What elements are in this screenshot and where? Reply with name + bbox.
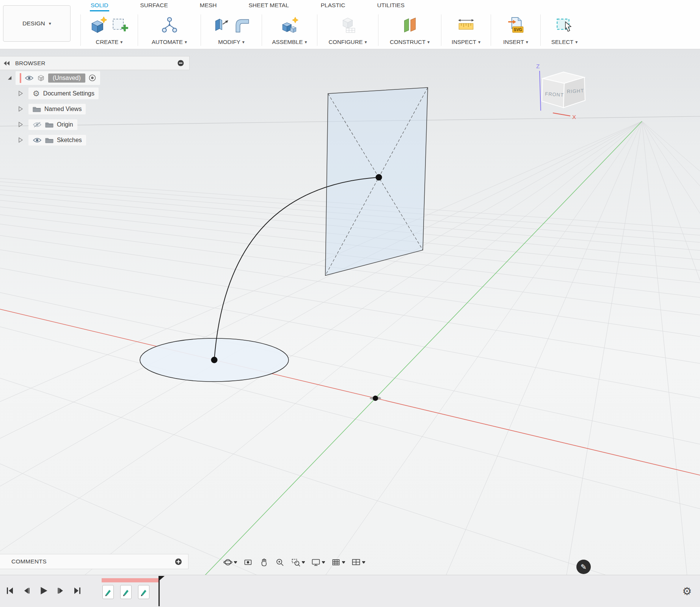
chevron-down-icon xyxy=(342,561,345,563)
plane-center-point[interactable] xyxy=(376,174,382,181)
timeline-bar: ⚙ xyxy=(0,575,700,607)
fit-button[interactable] xyxy=(290,557,306,568)
timeline-position-marker[interactable] xyxy=(159,576,160,606)
look-at-button[interactable] xyxy=(242,557,254,568)
toolbar-group-inspect[interactable]: INSPECT▾ xyxy=(441,11,491,49)
skip-to-end-button[interactable] xyxy=(73,586,82,597)
grid-icon xyxy=(331,557,341,567)
construction-plane-icon[interactable] xyxy=(400,16,419,34)
browser-item-named-views[interactable]: Named Views xyxy=(18,101,190,117)
chevron-down-icon: ▾ xyxy=(185,40,187,44)
chevron-down-icon xyxy=(322,561,325,563)
viewcube[interactable]: Z X FRONT RIGHT xyxy=(529,61,592,124)
toolbar-group-modify[interactable]: MODIFY▾ xyxy=(201,11,262,49)
create-sketch-icon[interactable] xyxy=(111,16,130,34)
browser-item-document-settings[interactable]: ⚙ Document Settings xyxy=(18,86,190,101)
insert-svg-icon[interactable]: SVG xyxy=(506,16,525,34)
activate-component-radio-icon[interactable] xyxy=(89,74,96,81)
expand-closed-icon[interactable] xyxy=(18,106,23,112)
play-button[interactable] xyxy=(39,586,49,597)
expand-open-icon[interactable] xyxy=(7,75,13,81)
orbit-icon xyxy=(223,557,233,567)
x-axis-line xyxy=(0,309,700,475)
timeline-feature-sketch-3[interactable] xyxy=(138,585,149,599)
viewcube-x-axis xyxy=(553,113,570,116)
step-back-button[interactable] xyxy=(22,586,31,597)
expand-closed-icon[interactable] xyxy=(18,122,23,127)
zoom-icon xyxy=(275,557,285,567)
measure-icon[interactable] xyxy=(457,16,476,34)
chevron-down-icon: ▾ xyxy=(427,40,430,44)
chevron-down-icon: ▾ xyxy=(575,40,578,44)
new-component-icon[interactable] xyxy=(280,16,299,34)
expand-closed-icon[interactable] xyxy=(18,91,23,96)
viewcube-right-label: RIGHT xyxy=(567,88,584,94)
markup-fab-button[interactable]: ✎ xyxy=(576,560,591,574)
toolbar-group-assemble[interactable]: ASSEMBLE▾ xyxy=(262,11,317,49)
item-label: Named Views xyxy=(44,106,82,113)
fillet-icon[interactable] xyxy=(233,16,252,34)
tab-plastic[interactable]: PLASTIC xyxy=(320,0,346,11)
timeline-feature-sketch-1[interactable] xyxy=(102,585,114,599)
viewports-icon xyxy=(351,557,361,567)
inspect-label: INSPECT xyxy=(452,39,476,45)
visibility-eye-icon[interactable] xyxy=(25,75,34,81)
tab-utilities[interactable]: UTILITIES xyxy=(376,0,405,11)
zoom-button[interactable] xyxy=(274,557,286,568)
display-settings-button[interactable] xyxy=(310,557,326,568)
timeline-settings-button[interactable]: ⚙ xyxy=(682,575,692,607)
origin-point[interactable] xyxy=(373,396,378,401)
configuration-table-icon[interactable] xyxy=(338,16,357,34)
tab-mesh[interactable]: MESH xyxy=(199,0,218,11)
browser-item-root[interactable]: (Unsaved) xyxy=(7,70,190,86)
folder-icon xyxy=(33,106,41,112)
toolbar-group-insert[interactable]: SVG INSERT▾ xyxy=(491,11,540,49)
timeline-group-band[interactable] xyxy=(102,578,159,582)
design-workspace-button[interactable]: DESIGN ▾ xyxy=(3,5,71,42)
item-label: Sketches xyxy=(57,137,82,144)
gear-icon: ⚙ xyxy=(682,585,692,598)
tab-solid[interactable]: SOLID xyxy=(90,0,109,11)
skip-to-start-button[interactable] xyxy=(5,586,14,597)
svg-badge-label: SVG xyxy=(514,28,522,32)
orbit-button[interactable] xyxy=(222,557,238,568)
document-name[interactable]: (Unsaved) xyxy=(48,74,85,83)
chevron-down-icon: ▾ xyxy=(242,40,245,44)
remove-panel-icon[interactable] xyxy=(177,60,184,66)
toolbar-group-construct[interactable]: CONSTRUCT▾ xyxy=(378,11,441,49)
select-cursor-icon[interactable] xyxy=(555,16,574,34)
tab-sheet-metal[interactable]: SHEET METAL xyxy=(248,0,290,11)
select-label: SELECT xyxy=(551,39,573,45)
visibility-eye-icon[interactable] xyxy=(33,137,42,143)
add-comment-icon[interactable] xyxy=(175,558,182,565)
press-pull-icon[interactable] xyxy=(211,16,230,34)
tab-surface[interactable]: SURFACE xyxy=(140,0,169,11)
browser-item-origin[interactable]: Origin xyxy=(18,117,190,132)
toolbar-group-configure[interactable]: CONFIGURE▾ xyxy=(317,11,378,49)
top-toolbar: SOLID SURFACE MESH SHEET METAL PLASTIC U… xyxy=(0,0,700,49)
automate-node-icon[interactable] xyxy=(160,16,179,34)
step-forward-button[interactable] xyxy=(56,586,65,597)
browser-header: BROWSER xyxy=(0,56,190,70)
chevron-down-icon: ▾ xyxy=(120,40,122,44)
comments-bar[interactable]: COMMENTS xyxy=(0,554,188,569)
pan-icon xyxy=(259,557,269,567)
chevron-down-icon xyxy=(234,561,237,563)
browser-item-sketches[interactable]: Sketches xyxy=(18,132,190,148)
workspace-tabs: SOLID SURFACE MESH SHEET METAL PLASTIC U… xyxy=(90,0,405,11)
create-solid-icon[interactable] xyxy=(89,16,108,34)
pan-button[interactable] xyxy=(258,557,270,568)
toolbar-group-automate[interactable]: AUTOMATE▾ xyxy=(138,11,201,49)
sketch-feature-icon xyxy=(121,587,130,598)
timeline-feature-sketch-2[interactable] xyxy=(120,585,132,599)
expand-closed-icon[interactable] xyxy=(18,137,23,143)
collapse-panel-icon[interactable] xyxy=(4,61,10,66)
grid-and-snaps-button[interactable] xyxy=(330,557,346,568)
circle-center-point[interactable] xyxy=(211,357,218,363)
viewports-button[interactable] xyxy=(350,557,366,568)
viewcube-z-label: Z xyxy=(536,63,540,69)
visibility-hidden-eye-icon[interactable] xyxy=(33,122,42,128)
toolbar-group-create[interactable]: CREATE▾ xyxy=(81,11,138,49)
chevron-down-icon: ▾ xyxy=(304,40,307,44)
toolbar-group-select[interactable]: SELECT▾ xyxy=(541,11,588,49)
